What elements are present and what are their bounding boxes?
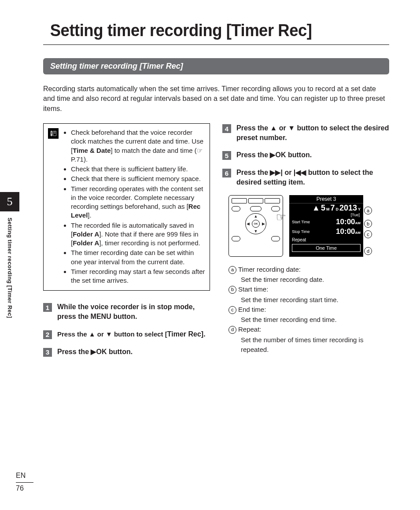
page-title: Setting timer recording [Timer Rec] xyxy=(50,21,383,40)
step-number: 2 xyxy=(43,330,52,339)
step-number: 1 xyxy=(43,303,52,312)
screen-title: Preset 3 xyxy=(289,195,363,203)
step-1: 1 While the voice recorder is in stop mo… xyxy=(43,302,210,321)
pointing-hand-icon: ☜ xyxy=(276,211,286,224)
screen-start-row: Start Time 10:00AM xyxy=(289,217,363,227)
note-item: Timer recording may start a few seconds … xyxy=(71,267,205,285)
language-label: EN xyxy=(16,472,33,480)
step-number: 4 xyxy=(222,124,231,133)
screen-repeat-value: One Time xyxy=(292,244,361,252)
note-item: The recorded file is automatically saved… xyxy=(71,221,205,248)
screen-repeat-label: Repeat xyxy=(289,237,363,243)
step-text: Press the ▶OK button. xyxy=(57,347,133,357)
callout-a: a xyxy=(364,207,374,214)
page-footer: EN 76 xyxy=(16,472,33,492)
note-item: The timer recording date can be set with… xyxy=(71,248,205,266)
note-item: Timer recording operates with the conten… xyxy=(71,185,205,220)
callout-b: b xyxy=(364,220,374,228)
step-2: 2 Press the ▲ or ▼ button to select [Tim… xyxy=(43,329,210,339)
step-number: 3 xyxy=(43,348,52,357)
step-text: Press the ▲ or ▼ button to select [Timer… xyxy=(57,329,206,339)
side-label: Setting timer recording [Timer Rec] xyxy=(7,218,13,318)
section-heading: Setting timer recording [Timer Rec] xyxy=(43,58,389,74)
screen-date: ▲ 5M 7D 2013Y xyxy=(289,203,363,213)
screen-weekday: [Tue] xyxy=(289,213,363,217)
page-number: 76 xyxy=(16,482,33,492)
lcd-screen: Preset 3 ▲ 5M 7D 2013Y [Tue] Start Time … xyxy=(289,195,363,257)
device-illustration: ▲▼◀▶ OK ☜ xyxy=(228,195,283,257)
diagram: ▲▼◀▶ OK ☜ Preset 3 ▲ 5M 7D 2013Y xyxy=(228,195,389,257)
step-text: While the voice recorder is in stop mode… xyxy=(57,302,210,321)
note-box: Check beforehand that the voice recorder… xyxy=(43,123,210,291)
svg-rect-1 xyxy=(51,132,52,135)
step-4: 4 Press the ▲ or ▼ button to select the … xyxy=(222,123,389,142)
side-tab: 5 Setting timer recording [Timer Rec] xyxy=(0,192,19,318)
step-text: Press the ▶▶| or |◀◀ button to select th… xyxy=(236,168,389,187)
note-item: Check beforehand that the voice recorder… xyxy=(71,128,205,164)
step-6: 6 Press the ▶▶| or |◀◀ button to select … xyxy=(222,168,389,187)
intro-paragraph: Recording starts automatically when the … xyxy=(43,84,389,114)
step-number: 5 xyxy=(222,151,231,160)
legend: aTimer recording date: Set the timer rec… xyxy=(222,265,389,355)
step-5: 5 Press the ▶OK button. xyxy=(222,150,389,160)
chapter-number: 5 xyxy=(0,192,19,211)
step-3: 3 Press the ▶OK button. xyxy=(43,347,210,357)
note-item: Check that there is sufficient memory sp… xyxy=(71,174,205,183)
callout-c: c xyxy=(364,230,374,238)
callout-d: d xyxy=(364,247,374,255)
step-text: Press the ▲ or ▼ button to select the de… xyxy=(236,123,389,142)
note-item: Check that there is sufficient battery l… xyxy=(71,165,205,174)
title-rule xyxy=(43,44,389,45)
svg-point-2 xyxy=(51,135,52,136)
dpad-icon: ▲▼◀▶ OK xyxy=(245,213,266,234)
alert-icon xyxy=(48,128,59,139)
step-number: 6 xyxy=(222,169,231,177)
screen-stop-row: Stop Time 10:00AM xyxy=(289,227,363,237)
step-text: Press the ▶OK button. xyxy=(236,150,312,160)
